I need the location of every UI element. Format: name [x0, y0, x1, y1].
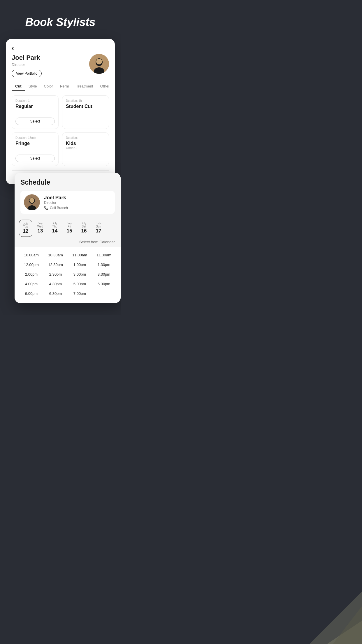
select-calendar-btn[interactable]: Select from Calendar [15, 238, 121, 247]
tab-color[interactable]: Color [41, 82, 57, 91]
schedule-avatar [24, 194, 40, 210]
time-slot-12[interactable]: 3.30pm [93, 272, 115, 276]
avatar [89, 54, 109, 74]
time-slot-16[interactable]: 5.30pm [93, 282, 115, 286]
time-slot-3[interactable]: 11.00am [69, 253, 91, 257]
date-month-2: July [38, 222, 43, 225]
date-day-5: Sat [82, 225, 86, 228]
portfolio-button[interactable]: View Portfolio [12, 70, 42, 77]
time-slot-6[interactable]: 12.30pm [45, 262, 66, 267]
date-month-4: July [67, 222, 72, 225]
service-student-cut: Duration: 1h Student Cut [62, 95, 109, 129]
time-slots: 10.00am 10.30am 11.00am 11.30am 12.00pm … [15, 247, 121, 303]
date-item-14[interactable]: July Thu 14 [48, 220, 61, 237]
call-branch-text[interactable]: Call Branch [50, 206, 68, 210]
service-kids: Duration: Kids Under... [62, 132, 109, 166]
date-row: July Tue 12 July Wed 13 July Thu 14 July… [15, 218, 121, 238]
time-slot-20 [93, 291, 115, 296]
tab-treatment[interactable]: Treatment [73, 82, 97, 91]
date-day-3: Thu [52, 225, 57, 228]
date-month-6: July [96, 222, 101, 225]
services-grid: Duration: 1h Regular Select Duration: 1h… [12, 95, 109, 166]
date-num-6: 17 [96, 228, 101, 234]
date-num-2: 13 [38, 228, 43, 234]
date-month-3: July [52, 222, 57, 225]
back-button[interactable]: ‹ [12, 45, 109, 52]
time-slot-5[interactable]: 12.00pm [20, 262, 42, 267]
time-slot-17[interactable]: 6.00pm [20, 291, 42, 296]
service-name-2: Student Cut [66, 104, 105, 109]
date-item-13[interactable]: July Wed 13 [34, 220, 47, 237]
time-slot-14[interactable]: 4.30pm [45, 282, 66, 286]
tab-cut[interactable]: Cut [12, 82, 25, 91]
service-duration-2: Duration: 1h [66, 99, 105, 102]
service-regular: Duration: 1h Regular Select [12, 95, 59, 129]
stylist-title: Director [12, 62, 42, 67]
svg-point-6 [96, 59, 102, 64]
select-btn-3[interactable]: Select [15, 155, 55, 162]
service-fringe: Duration: 15min Fringe Select [12, 132, 59, 166]
time-slot-1[interactable]: 10.00am [20, 253, 42, 257]
time-slot-19[interactable]: 7.00pm [69, 291, 91, 296]
date-num-1: 12 [23, 228, 29, 234]
schedule-title: Schedule [20, 178, 115, 186]
time-grid: 10.00am 10.30am 11.00am 11.30am 12.00pm … [20, 253, 115, 296]
service-name-3: Fringe [15, 141, 55, 146]
date-month-5: July [82, 222, 86, 225]
schedule-stylist-title: Director [44, 201, 68, 205]
tab-perm[interactable]: Perm [57, 82, 73, 91]
date-num-3: 14 [52, 228, 58, 234]
schedule-stylist-row: Joel Park Director 📞 Call Branch [20, 191, 115, 214]
date-num-5: 16 [81, 228, 87, 234]
service-note-4: Under... [66, 146, 105, 150]
schedule-stylist-info: Joel Park Director 📞 Call Branch [44, 195, 68, 210]
time-slot-8[interactable]: 1.30pm [93, 262, 115, 267]
date-day-1: Tue [23, 225, 28, 228]
time-slot-2[interactable]: 10.30am [45, 253, 66, 257]
svg-point-10 [29, 198, 34, 203]
schedule-stylist-name: Joel Park [44, 195, 68, 201]
service-name-4: Kids [66, 141, 105, 146]
date-item-17[interactable]: July Sun 17 [92, 220, 105, 237]
stylist-name: Joel Park [12, 54, 42, 62]
service-tabs: Cut Style Color Perm Treatment Others [12, 82, 109, 91]
service-duration-1: Duration: 1h [15, 99, 55, 102]
service-duration-4: Duration: [66, 136, 105, 139]
date-day-2: Wed [37, 225, 43, 228]
tab-style[interactable]: Style [25, 82, 41, 91]
tab-others[interactable]: Others [96, 82, 109, 91]
time-slot-7[interactable]: 1.00pm [69, 262, 91, 267]
date-num-4: 15 [67, 228, 72, 234]
date-item-15[interactable]: July Fri 15 [63, 220, 76, 237]
date-month-1: July [23, 222, 28, 225]
schedule-card: Schedule Joel Park Director 📞 [15, 173, 121, 303]
time-slot-4[interactable]: 11.30am [93, 253, 115, 257]
date-item-16[interactable]: July Sat 16 [77, 220, 91, 237]
time-slot-18[interactable]: 6.30pm [45, 291, 66, 296]
stylist-card: ‹ Joel Park Director View Portfolio C [6, 39, 115, 184]
time-slot-9[interactable]: 2.00pm [20, 272, 42, 276]
phone-icon: 📞 [44, 206, 48, 210]
time-slot-13[interactable]: 4.00pm [20, 282, 42, 286]
service-duration-3: Duration: 15min [15, 136, 55, 139]
select-btn-1[interactable]: Select [15, 118, 55, 125]
date-item-12[interactable]: July Tue 12 [19, 220, 32, 237]
date-day-4: Fri [68, 225, 71, 228]
time-slot-11[interactable]: 3.00pm [69, 272, 91, 276]
time-slot-10[interactable]: 2.30pm [45, 272, 66, 276]
service-name-1: Regular [15, 104, 55, 109]
page-title: Book Stylists [0, 0, 121, 39]
date-day-6: Sun [96, 225, 101, 228]
time-slot-15[interactable]: 5.00pm [69, 282, 91, 286]
